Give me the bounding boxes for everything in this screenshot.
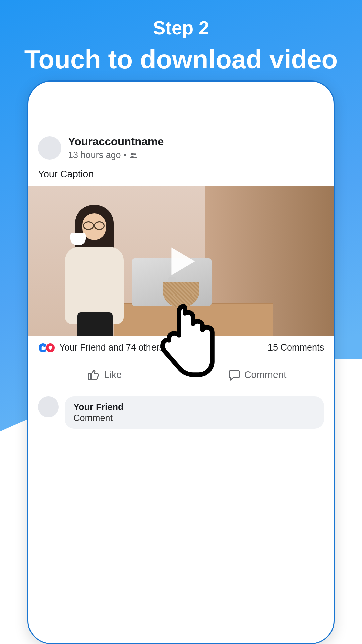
onboarding-header: Step 2 Touch to download video <box>0 0 362 74</box>
separator-dot: • <box>124 150 127 160</box>
comment-bubble[interactable]: Your Friend Comment <box>65 396 324 429</box>
likes-text: Your Friend and 74 others <box>59 342 164 353</box>
like-label: Like <box>104 369 122 380</box>
post-avatar[interactable] <box>38 136 61 160</box>
reaction-icons <box>38 343 55 353</box>
commenter-avatar[interactable] <box>38 396 59 417</box>
reactions-summary[interactable]: Your Friend and 74 others <box>38 342 164 353</box>
commenter-name: Your Friend <box>73 402 315 412</box>
like-icon <box>88 369 100 381</box>
post-header: Youraccountname 13 hours ago • <box>28 135 334 169</box>
step-label: Step 2 <box>0 17 362 39</box>
svg-point-1 <box>134 153 136 155</box>
page-title: Touch to download video <box>0 45 362 74</box>
comment-text: Comment <box>73 413 315 423</box>
pointer-hand-icon <box>156 301 216 377</box>
play-icon[interactable] <box>159 239 203 283</box>
comment-icon <box>228 369 240 381</box>
comments-count[interactable]: 15 Comments <box>268 342 324 353</box>
phone-mockup: Youraccountname 13 hours ago • Your Capt… <box>27 80 335 644</box>
post-timestamp: 13 hours ago • <box>68 150 164 160</box>
heart-icon <box>45 343 55 353</box>
comment-item: Your Friend Comment <box>28 390 334 435</box>
post-account-name[interactable]: Youraccountname <box>68 135 164 148</box>
comment-label: Comment <box>244 369 287 380</box>
post-caption: Your Caption <box>28 169 334 186</box>
svg-marker-2 <box>171 247 195 275</box>
post-time-text: 13 hours ago <box>68 150 121 160</box>
audience-friends-icon <box>129 151 137 159</box>
svg-point-0 <box>131 153 134 155</box>
